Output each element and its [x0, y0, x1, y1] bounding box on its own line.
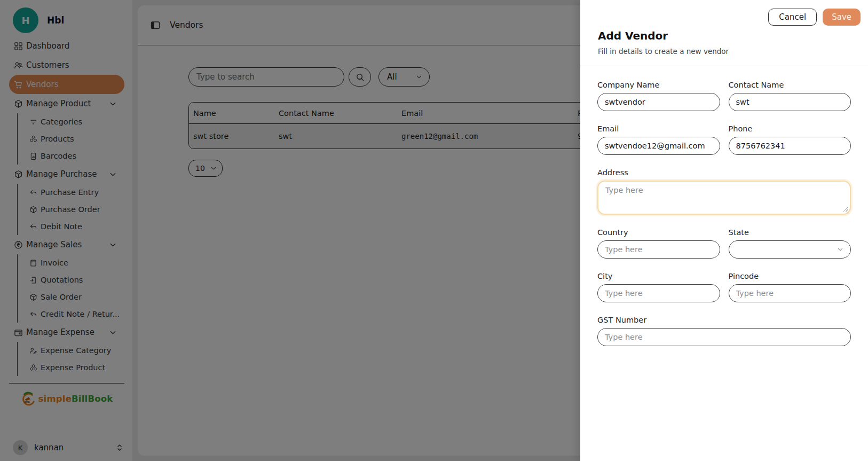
field-label: Phone	[729, 125, 851, 133]
field-label: Company Name	[597, 81, 720, 89]
email-field: Email	[597, 125, 720, 155]
address-field: Address	[597, 169, 851, 215]
email-input[interactable]	[597, 137, 720, 155]
save-button[interactable]: Save	[823, 9, 861, 26]
field-label: Contact Name	[729, 81, 851, 89]
pincode-field: Pincode	[729, 272, 851, 302]
field-label: City	[597, 272, 720, 280]
city-input[interactable]	[597, 284, 720, 302]
address-textarea[interactable]	[597, 181, 851, 215]
field-label: Country	[597, 229, 720, 237]
field-label: Pincode	[729, 272, 851, 280]
chevron-down-icon	[837, 246, 844, 253]
cancel-button[interactable]: Cancel	[768, 9, 817, 26]
field-label: GST Number	[597, 316, 851, 324]
phone-field: Phone	[729, 125, 851, 155]
country-field: Country	[597, 229, 720, 259]
pincode-input[interactable]	[729, 284, 851, 302]
country-input[interactable]	[597, 240, 720, 259]
state-field: State	[729, 229, 851, 259]
company-name-field: Company Name	[597, 81, 720, 111]
address-textarea-wrap	[597, 181, 851, 215]
phone-input[interactable]	[729, 137, 851, 155]
state-select[interactable]	[729, 240, 851, 259]
drawer-header: Cancel Save Add Vendor Fill in details t…	[580, 0, 868, 66]
company-name-input[interactable]	[597, 93, 720, 111]
gst-number-field: GST Number	[597, 316, 851, 346]
add-vendor-drawer: Cancel Save Add Vendor Fill in details t…	[580, 0, 868, 461]
field-label: State	[729, 229, 851, 237]
drawer-subtitle: Fill in details to create a new vendor	[598, 47, 729, 56]
city-field: City	[597, 272, 720, 302]
drawer-actions: Cancel Save	[768, 9, 861, 26]
state-select-wrap	[729, 240, 851, 259]
drawer-title: Add Vendor	[598, 29, 668, 42]
contact-name-input[interactable]	[729, 93, 851, 111]
contact-name-field: Contact Name	[729, 81, 851, 111]
add-vendor-form: Company Name Contact Name Email Phone Ad…	[580, 66, 868, 346]
field-label: Email	[597, 125, 720, 133]
gst-number-input[interactable]	[597, 328, 851, 346]
field-label: Address	[597, 169, 851, 177]
app-root: H Hbl Dashboard Customers Vendors Manage…	[0, 0, 868, 461]
